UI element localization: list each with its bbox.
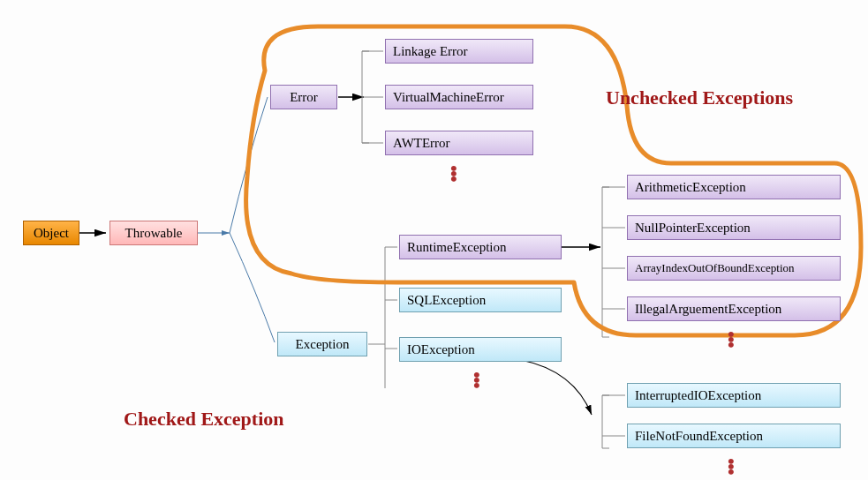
node-label: NullPointerException (635, 221, 751, 236)
node-illegalargument-exception: IllegalArguementException (627, 296, 841, 321)
annotation-label: Unchecked Exceptions (606, 86, 793, 109)
node-virtualmachine-error: VirtualMachineError (385, 85, 533, 109)
node-interruptedio-exception: InterruptedIOException (627, 383, 841, 408)
node-filenotfound-exception: FileNotFoundException (627, 424, 841, 448)
node-label: IOException (407, 342, 475, 357)
node-io-exception: IOException (399, 337, 562, 362)
annotation-checked: Checked Exception (124, 408, 284, 431)
node-sql-exception: SQLException (399, 288, 562, 312)
node-label: Linkage Error (393, 44, 468, 59)
node-label: ArithmeticException (635, 180, 746, 195)
node-throwable: Throwable (109, 221, 198, 245)
node-linkage-error: Linkage Error (385, 39, 533, 64)
node-error: Error (270, 85, 337, 109)
ellipsis-icon: ••• (473, 372, 479, 388)
node-exception: Exception (277, 332, 367, 356)
node-runtime-exception: RuntimeException (399, 235, 562, 259)
node-arithmetic-exception: ArithmeticException (627, 175, 841, 199)
node-label: AWTError (393, 136, 450, 151)
node-nullpointer-exception: NullPointerException (627, 215, 841, 240)
annotation-unchecked: Unchecked Exceptions (606, 86, 793, 109)
node-label: RuntimeException (407, 240, 506, 255)
node-label: Object (34, 226, 69, 241)
node-awt-error: AWTError (385, 131, 533, 155)
ellipsis-icon: ••• (728, 332, 733, 348)
ellipsis-icon: ••• (450, 166, 456, 182)
annotation-label: Checked Exception (124, 408, 284, 430)
node-arrayindex-exception: ArrayIndexOutOfBoundException (627, 256, 841, 281)
node-label: SQLException (407, 293, 486, 308)
node-object: Object (23, 221, 79, 245)
ellipsis-icon: ••• (728, 459, 733, 475)
node-label: IllegalArguementException (635, 302, 781, 317)
node-label: FileNotFoundException (635, 429, 763, 444)
node-label: ArrayIndexOutOfBoundException (635, 261, 795, 275)
node-label: Throwable (125, 226, 183, 241)
node-label: VirtualMachineError (393, 90, 504, 105)
node-label: Exception (296, 337, 350, 352)
node-label: Error (290, 90, 318, 105)
node-label: InterruptedIOException (635, 388, 761, 403)
